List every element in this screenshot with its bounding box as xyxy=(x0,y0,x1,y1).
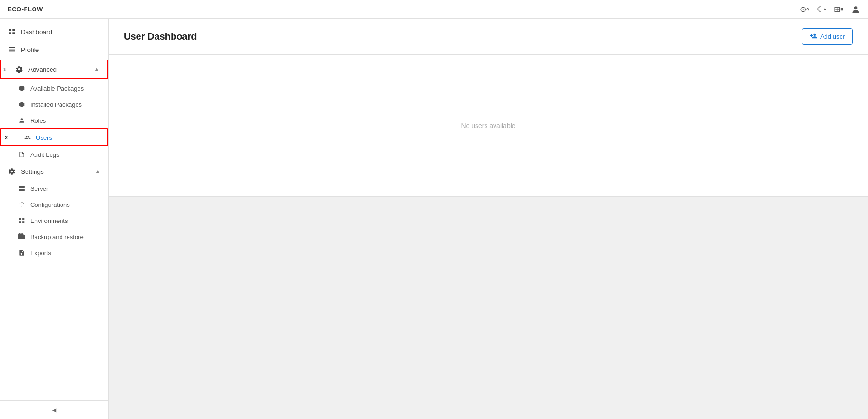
users-label: Users xyxy=(36,134,52,141)
add-user-icon xyxy=(810,32,817,41)
env-icon xyxy=(18,217,26,224)
users-table-area: No users available xyxy=(109,55,868,197)
svg-rect-4 xyxy=(12,32,15,34)
main-content: User Dashboard Add user No users availab… xyxy=(109,19,868,419)
sidebar-nav: Dashboard Profile 1 Advanced ▲ xyxy=(0,19,108,400)
svg-rect-2 xyxy=(12,29,15,31)
sidebar-item-roles[interactable]: Roles xyxy=(0,112,108,128)
roles-label: Roles xyxy=(30,117,46,124)
add-user-label: Add user xyxy=(820,33,845,40)
layout: Dashboard Profile 1 Advanced ▲ xyxy=(0,19,868,419)
sidebar-item-dashboard-label: Dashboard xyxy=(21,28,101,35)
svg-rect-1 xyxy=(9,29,11,31)
sidebar-item-environments[interactable]: Environments xyxy=(0,213,108,229)
sidebar-item-available-packages[interactable]: Available Packages xyxy=(0,80,108,96)
auditlogs-icon xyxy=(18,151,26,158)
sidebar-item-exports[interactable]: Exports xyxy=(0,245,108,261)
profile-icon xyxy=(8,45,16,54)
roles-icon xyxy=(18,117,26,124)
users-badge: 2 xyxy=(5,135,8,140)
svg-rect-3 xyxy=(9,32,11,34)
svg-point-12 xyxy=(20,187,20,187)
svg-rect-15 xyxy=(22,218,24,220)
sidebar-item-advanced-label: Advanced xyxy=(28,66,89,73)
sidebar-item-settings[interactable]: Settings ▲ xyxy=(0,162,108,180)
sidebar-item-profile[interactable]: Profile xyxy=(0,41,108,59)
advanced-badge: 1 xyxy=(3,67,6,72)
page-title: User Dashboard xyxy=(124,31,197,42)
app-logo: ECO-FLOW xyxy=(8,6,43,13)
sidebar-item-settings-label: Settings xyxy=(21,168,90,175)
advanced-chevron-up-icon: ▲ xyxy=(94,66,100,73)
sidebar-item-backup-restore[interactable]: Backup and restore xyxy=(0,229,108,245)
packages-icon xyxy=(18,85,26,92)
users-icon xyxy=(24,134,31,141)
sidebar-item-audit-logs[interactable]: Audit Logs xyxy=(0,146,108,162)
server-label: Server xyxy=(30,185,48,192)
exports-icon xyxy=(18,249,26,257)
svg-rect-8 xyxy=(9,52,15,52)
exports-label: Exports xyxy=(30,249,51,257)
sidebar-item-dashboard[interactable]: Dashboard xyxy=(0,23,108,41)
svg-point-9 xyxy=(21,118,23,120)
sidebar-item-installed-packages[interactable]: Installed Packages xyxy=(0,96,108,112)
backup-restore-label: Backup and restore xyxy=(30,233,84,240)
dashboard-icon xyxy=(8,27,16,36)
grid-icon[interactable] xyxy=(834,5,843,14)
svg-rect-7 xyxy=(9,50,15,51)
content-lower-area xyxy=(109,197,868,419)
available-packages-label: Available Packages xyxy=(30,85,84,92)
backup-icon xyxy=(18,233,26,240)
github-icon[interactable] xyxy=(800,5,809,14)
sidebar-item-advanced[interactable]: 1 Advanced ▲ xyxy=(0,60,108,79)
sidebar: Dashboard Profile 1 Advanced ▲ xyxy=(0,19,109,419)
config-icon xyxy=(18,201,26,208)
topbar-icons xyxy=(800,5,860,14)
user-icon[interactable] xyxy=(851,5,860,14)
environments-label: Environments xyxy=(30,217,68,224)
svg-rect-16 xyxy=(19,221,21,223)
svg-rect-17 xyxy=(22,221,24,223)
settings-chevron-up-icon: ▲ xyxy=(95,168,101,175)
installed-icon xyxy=(18,101,26,108)
audit-logs-label: Audit Logs xyxy=(30,151,59,158)
topbar: ECO-FLOW xyxy=(0,0,868,19)
content-body: No users available xyxy=(109,55,868,419)
settings-icon xyxy=(8,167,16,176)
svg-point-13 xyxy=(20,190,20,190)
svg-rect-6 xyxy=(9,49,15,49)
chevron-left-icon: ◀ xyxy=(52,407,56,413)
sidebar-item-users[interactable]: 2 Users xyxy=(0,128,108,146)
installed-packages-label: Installed Packages xyxy=(30,101,82,108)
advanced-icon xyxy=(15,65,24,74)
svg-point-0 xyxy=(854,6,858,9)
sidebar-item-profile-label: Profile xyxy=(21,46,101,53)
sidebar-item-server[interactable]: Server xyxy=(0,180,108,197)
sidebar-item-configurations[interactable]: Configurations xyxy=(0,197,108,213)
add-user-button[interactable]: Add user xyxy=(802,28,853,45)
svg-rect-5 xyxy=(9,47,15,48)
content-header: User Dashboard Add user xyxy=(109,19,868,55)
no-users-text: No users available xyxy=(461,122,515,129)
server-icon xyxy=(18,185,26,192)
configurations-label: Configurations xyxy=(30,201,70,208)
svg-rect-14 xyxy=(19,218,21,220)
sidebar-collapse-button[interactable]: ◀ xyxy=(0,400,108,419)
dark-mode-icon[interactable] xyxy=(817,5,826,14)
